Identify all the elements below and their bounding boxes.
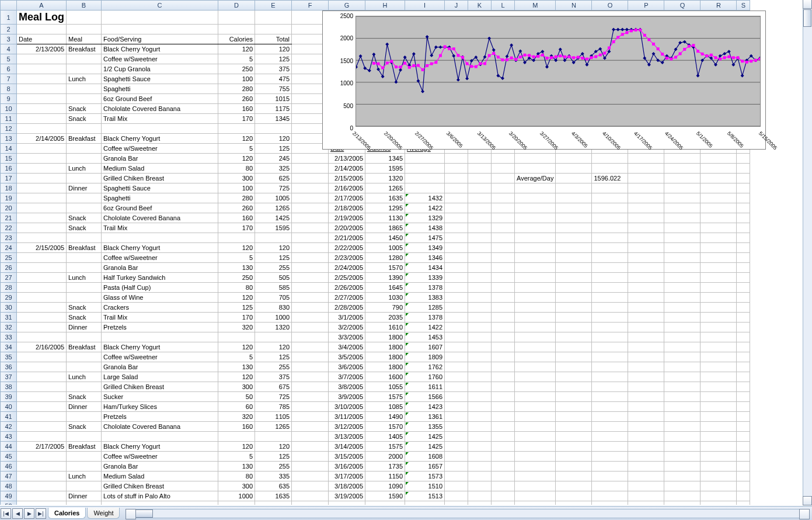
cell-I27[interactable]: 1339	[405, 273, 445, 283]
cell-J46[interactable]	[445, 462, 468, 472]
cell-R28[interactable]	[701, 283, 737, 293]
cell-P37[interactable]	[628, 372, 664, 382]
cell-A45[interactable]	[17, 452, 67, 462]
cell-S41[interactable]	[737, 412, 750, 422]
cell-I38[interactable]: 1611	[405, 382, 445, 392]
cell-M45[interactable]	[515, 452, 556, 462]
cell-E6[interactable]: 375	[255, 64, 292, 74]
cell-S24[interactable]	[737, 243, 750, 253]
cell-K35[interactable]	[468, 352, 492, 362]
cell-F48[interactable]	[292, 481, 329, 491]
row-header-43[interactable]: 43	[1, 432, 17, 442]
row-header-8[interactable]: 8	[1, 84, 17, 94]
row-header-50[interactable]: 50	[1, 501, 17, 505]
cell-K41[interactable]	[468, 412, 492, 422]
cell-R45[interactable]	[701, 452, 737, 462]
cell-D30[interactable]: 125	[218, 303, 255, 313]
cell-Q25[interactable]	[664, 253, 701, 263]
cell-F41[interactable]	[292, 412, 329, 422]
row-header-5[interactable]: 5	[1, 54, 17, 64]
cell-M34[interactable]	[515, 342, 556, 352]
cell-D15[interactable]: 120	[218, 154, 255, 164]
cell-D39[interactable]: 50	[218, 392, 255, 402]
cell-B37[interactable]: Lunch	[67, 372, 102, 382]
cell-I20[interactable]: 1422	[405, 203, 445, 213]
cell-G45[interactable]: 3/15/2005	[329, 452, 365, 462]
cell-E18[interactable]: 725	[255, 183, 292, 193]
cell-K20[interactable]	[468, 203, 492, 213]
cell-H40[interactable]: 1085	[365, 402, 405, 412]
cell-E39[interactable]: 725	[255, 392, 292, 402]
cell-P48[interactable]	[628, 481, 664, 491]
cell-D32[interactable]: 320	[218, 323, 255, 332]
cell-E48[interactable]: 635	[255, 481, 292, 491]
cell-I49[interactable]: 1513	[405, 491, 445, 501]
cell-S27[interactable]	[737, 273, 750, 283]
cell-I47[interactable]: 1573	[405, 472, 445, 481]
cell-C7[interactable]: Spaghetti Sauce	[102, 74, 218, 84]
cell-O19[interactable]	[592, 193, 628, 203]
cell-K31[interactable]	[468, 313, 492, 323]
column-header-M[interactable]: M	[515, 1, 556, 11]
cell-C42[interactable]: Chololate Covered Banana	[102, 422, 218, 432]
cell-E7[interactable]: 475	[255, 74, 292, 84]
cell-A22[interactable]	[17, 223, 67, 233]
cell-N41[interactable]	[556, 412, 592, 422]
cell-B16[interactable]: Lunch	[67, 164, 102, 174]
cell-B21[interactable]: Snack	[67, 213, 102, 223]
cell-J48[interactable]	[445, 481, 468, 491]
cell-H33[interactable]: 1800	[365, 332, 405, 342]
cell-P17[interactable]	[628, 174, 664, 183]
cell-O30[interactable]	[592, 303, 628, 313]
cell-B26[interactable]	[67, 263, 102, 273]
cell-R47[interactable]	[701, 472, 737, 481]
cell-E40[interactable]: 785	[255, 402, 292, 412]
row-header-3[interactable]: 3	[1, 34, 17, 44]
cell-C14[interactable]: Coffee w/Sweetner	[102, 144, 218, 154]
cell-N45[interactable]	[556, 452, 592, 462]
cell-K21[interactable]	[468, 213, 492, 223]
cell-Q22[interactable]	[664, 223, 701, 233]
cell-C18[interactable]: Spaghetti Sauce	[102, 183, 218, 193]
cell-K49[interactable]	[468, 491, 492, 501]
column-header-C[interactable]: C	[102, 1, 218, 11]
cell-B31[interactable]: Snack	[67, 313, 102, 323]
row-header-16[interactable]: 16	[1, 164, 17, 174]
cell-K46[interactable]	[468, 462, 492, 472]
cell-O28[interactable]	[592, 283, 628, 293]
cell-B9[interactable]	[67, 94, 102, 104]
cell-S23[interactable]	[737, 233, 750, 243]
cell-O26[interactable]	[592, 263, 628, 273]
cell-O22[interactable]	[592, 223, 628, 233]
cell-C39[interactable]: Sucker	[102, 392, 218, 402]
cell-J45[interactable]	[445, 452, 468, 462]
cell-J19[interactable]	[445, 193, 468, 203]
column-header-F[interactable]: F	[292, 1, 329, 11]
cell-F33[interactable]	[292, 332, 329, 342]
cell-B40[interactable]: Dinner	[67, 402, 102, 412]
cell-N18[interactable]	[556, 183, 592, 193]
cell-M42[interactable]	[515, 422, 556, 432]
cell-H49[interactable]: 1590	[365, 491, 405, 501]
cell-D46[interactable]: 130	[218, 462, 255, 472]
cell-H18[interactable]: 1265	[365, 183, 405, 193]
cell-L37[interactable]	[492, 372, 515, 382]
cell-B48[interactable]	[67, 481, 102, 491]
cell-Q20[interactable]	[664, 203, 701, 213]
cell-O50[interactable]	[592, 501, 628, 505]
cell-K19[interactable]	[468, 193, 492, 203]
cell-Q21[interactable]	[664, 213, 701, 223]
column-header-N[interactable]: N	[556, 1, 592, 11]
cell-G19[interactable]: 2/17/2005	[329, 193, 365, 203]
cell-E21[interactable]: 1425	[255, 213, 292, 223]
cell-A29[interactable]	[17, 293, 67, 303]
cell-F34[interactable]	[292, 342, 329, 352]
cell-L42[interactable]	[492, 422, 515, 432]
cell-S40[interactable]	[737, 402, 750, 412]
cell-A15[interactable]	[17, 154, 67, 164]
cell-E43[interactable]	[255, 432, 292, 442]
cell-C50[interactable]	[102, 501, 218, 505]
cell-L32[interactable]	[492, 323, 515, 332]
row-header-40[interactable]: 40	[1, 402, 17, 412]
cell-D2[interactable]	[218, 25, 255, 34]
